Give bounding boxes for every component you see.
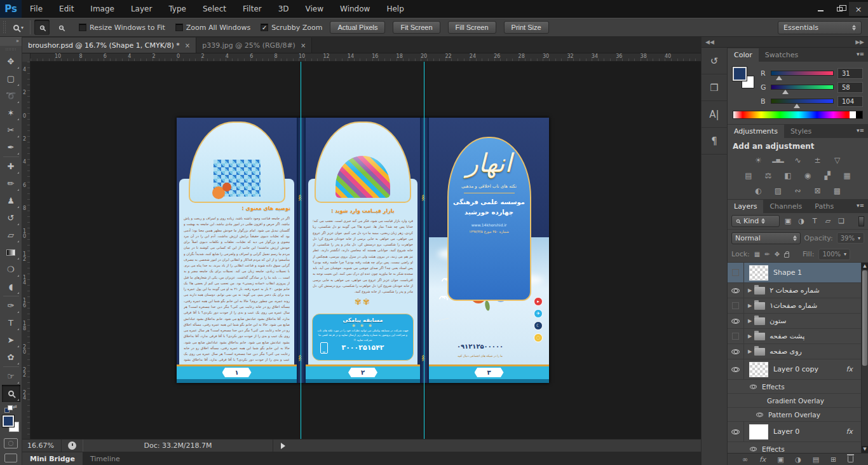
- fx-badge[interactable]: fx: [846, 365, 852, 373]
- visibility-toggle[interactable]: [728, 283, 744, 298]
- move-tool[interactable]: ✥: [2, 53, 20, 70]
- menu-3d[interactable]: 3D: [270, 0, 297, 18]
- layer-row-layer-0-copy[interactable]: Layer 0 copy fx ▲: [728, 359, 868, 380]
- layer-mask-icon[interactable]: ▣: [777, 455, 783, 464]
- effect-name[interactable]: Effects: [762, 445, 785, 453]
- layer-name[interactable]: Layer 0: [773, 427, 799, 436]
- menu-edit[interactable]: Edit: [51, 0, 82, 18]
- layer-name[interactable]: Shape 1: [773, 268, 802, 277]
- threshold-icon[interactable]: ∾: [791, 185, 805, 196]
- vertical-ruler[interactable]: 42024681012141618202224: [22, 62, 31, 439]
- document-tab-broushor[interactable]: broushor.psd @ 16.7% (Shape 1, CMYK/8) *…: [22, 38, 196, 53]
- lasso-tool[interactable]: ➰: [2, 87, 20, 104]
- zoom-all-windows-checkbox[interactable]: Zoom All Windows: [175, 24, 250, 32]
- foreground-color-swatch[interactable]: [733, 67, 747, 81]
- layer-name[interactable]: روی صفحه: [770, 347, 802, 356]
- visibility-toggle[interactable]: [728, 344, 744, 359]
- effects-row[interactable]: Effects: [728, 442, 868, 453]
- tab-timeline[interactable]: Timeline: [83, 452, 128, 465]
- layer-name[interactable]: ستون: [770, 317, 786, 325]
- tab-styles[interactable]: Styles: [784, 125, 818, 138]
- group-row-column[interactable]: ▶ ستون: [728, 314, 868, 329]
- zoom-in-button[interactable]: +: [34, 20, 50, 35]
- path-selection-tool[interactable]: ➤: [2, 331, 20, 349]
- eye-icon[interactable]: [750, 447, 757, 451]
- collapse-tools-button[interactable]: »: [0, 37, 22, 46]
- fit-screen-button[interactable]: Fit Screen: [393, 21, 440, 34]
- brightness-contrast-icon[interactable]: ☀: [752, 155, 766, 165]
- blur-tool[interactable]: ❍: [2, 261, 20, 278]
- visibility-toggle[interactable]: [728, 359, 744, 379]
- group-row-page-numbers-1[interactable]: ▶ شماره صفحات۱: [728, 298, 868, 314]
- workspace-switcher[interactable]: Essentials: [778, 21, 862, 34]
- marquee-tool[interactable]: ▢: [2, 70, 20, 87]
- tab-mini-bridge[interactable]: Mini Bridge: [22, 452, 83, 465]
- clone-stamp-tool[interactable]: ♟: [2, 192, 20, 209]
- pen-tool[interactable]: ✑: [2, 297, 20, 314]
- tab-swatches[interactable]: Swatches: [759, 48, 805, 62]
- panel-menu-icon[interactable]: ▾≡: [857, 202, 864, 209]
- photo-filter-icon[interactable]: ◉: [801, 170, 815, 181]
- history-panel-button[interactable]: ↺: [702, 48, 727, 74]
- eye-icon[interactable]: [750, 384, 757, 389]
- group-row-front-page[interactable]: ▶ روی صفحه: [728, 344, 868, 359]
- eye-icon[interactable]: [756, 412, 763, 417]
- dodge-tool[interactable]: ◖: [2, 278, 20, 295]
- menu-type[interactable]: Type: [160, 0, 194, 18]
- visibility-toggle[interactable]: [728, 329, 744, 344]
- black-white-icon[interactable]: ◧: [781, 170, 795, 181]
- color-spectrum-ramp[interactable]: [733, 111, 863, 119]
- zoom-out-button[interactable]: −: [53, 20, 69, 35]
- collapse-dock-left-icon[interactable]: ◀◀: [705, 39, 714, 45]
- color-lookup-icon[interactable]: ▦: [840, 170, 854, 181]
- collapse-dock-right-icon[interactable]: ▶▶: [855, 39, 864, 45]
- tab-adjustments[interactable]: Adjustments: [728, 125, 784, 138]
- minimize-button[interactable]: [811, 2, 830, 16]
- new-layer-icon[interactable]: ⊞: [831, 455, 836, 464]
- healing-brush-tool[interactable]: ✚: [2, 158, 20, 175]
- panel-menu-icon[interactable]: ▾≡: [857, 51, 864, 57]
- menu-view[interactable]: View: [297, 0, 332, 18]
- panel-menu-icon[interactable]: ▾≡: [857, 127, 864, 134]
- foreground-color-swatch[interactable]: [3, 415, 14, 427]
- visibility-toggle[interactable]: [728, 263, 744, 282]
- quick-mask-button[interactable]: [4, 438, 18, 448]
- expand-arrow-icon[interactable]: ▶: [748, 288, 752, 293]
- restore-button[interactable]: [830, 2, 849, 16]
- posterize-icon[interactable]: ▨: [771, 185, 785, 196]
- tab-paths[interactable]: Paths: [808, 200, 840, 213]
- filter-type-layers-icon[interactable]: T: [810, 217, 820, 225]
- invert-icon[interactable]: ◐: [752, 185, 766, 196]
- scroll-down-icon[interactable]: ▼: [862, 446, 868, 453]
- scroll-up-icon[interactable]: ▲: [862, 263, 868, 270]
- link-layers-icon[interactable]: ∞: [742, 455, 748, 464]
- hand-tool[interactable]: ☞: [2, 368, 20, 385]
- visibility-toggle[interactable]: [728, 314, 744, 328]
- layer-name[interactable]: شماره صفحات ۲: [770, 286, 820, 295]
- expand-arrow-icon[interactable]: ▶: [748, 303, 752, 309]
- properties-panel-button[interactable]: ❒: [702, 74, 727, 101]
- layer-filter-kind-dropdown[interactable]: Kind: [731, 215, 780, 227]
- menu-file[interactable]: File: [22, 0, 51, 18]
- filter-smart-objects-icon[interactable]: ❏: [836, 217, 846, 225]
- fx-badge[interactable]: fx: [846, 427, 852, 436]
- menu-window[interactable]: Window: [332, 0, 378, 18]
- crop-tool[interactable]: ✂: [2, 121, 20, 139]
- visibility-toggle[interactable]: [728, 298, 744, 313]
- close-icon[interactable]: ×: [185, 42, 190, 49]
- color-swatches[interactable]: [733, 67, 754, 88]
- eyedropper-tool[interactable]: ✒: [2, 139, 20, 156]
- document-size-readout[interactable]: Doc: 33.2M/218.7M: [83, 440, 273, 452]
- selective-color-icon[interactable]: ⊠: [811, 185, 825, 196]
- zoom-tool[interactable]: [2, 385, 20, 402]
- layer-thumbnail[interactable]: [749, 424, 768, 440]
- filter-adjustment-layers-icon[interactable]: ◑: [796, 217, 806, 225]
- layer-name[interactable]: پشت صفحه: [770, 332, 804, 340]
- tab-color[interactable]: Color: [728, 48, 759, 62]
- effect-name[interactable]: Effects: [762, 383, 785, 391]
- green-value-field[interactable]: 58: [837, 82, 863, 93]
- character-panel-button[interactable]: A|: [702, 101, 727, 128]
- hue-saturation-icon[interactable]: ▤: [742, 170, 756, 181]
- screen-mode-button[interactable]: [4, 454, 17, 462]
- effect-row-gradient-overlay[interactable]: Gradient Overlay: [728, 394, 868, 408]
